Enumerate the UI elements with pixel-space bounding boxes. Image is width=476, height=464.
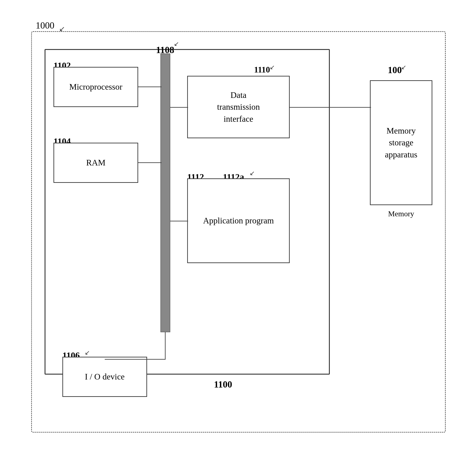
- memory-storage-box: Memorystorageapparatus: [370, 80, 432, 205]
- label-1108-arrow: ↙: [174, 40, 179, 48]
- label-100-arrow: ↙: [401, 64, 406, 71]
- label-1100: 1100: [214, 379, 232, 390]
- conn-bus-io-vertical: [165, 332, 166, 359]
- io-device-label: I / O device: [85, 371, 124, 383]
- label-1108: 1108: [156, 45, 174, 55]
- data-transmission-box: Datatransmissioninterface: [187, 76, 290, 138]
- diagram-container: 1000 ↙ 1100 1102 ↙ Microprocessor 1104 ↙…: [18, 13, 459, 448]
- label-1112a-arrow: ↙: [250, 169, 255, 177]
- label-1000: 1000: [36, 20, 54, 31]
- app-program-label: Application program: [203, 215, 274, 227]
- app-program-box: Application program: [187, 178, 290, 263]
- memory-storage-label: Memorystorageapparatus: [385, 125, 417, 161]
- ram-box: RAM: [54, 143, 138, 183]
- conn-bus-data-transmission: [170, 107, 188, 108]
- ram-label: RAM: [86, 157, 106, 169]
- conn-microprocessor-bus: [138, 87, 162, 87]
- label-1106-arrow: ↙: [85, 349, 90, 356]
- conn-data-memory: [290, 107, 371, 108]
- conn-bus-app-program: [170, 221, 188, 222]
- conn-bus-io-horizontal: [105, 359, 166, 360]
- bus-bar: [161, 54, 170, 332]
- label-1110-arrow: ↙: [270, 64, 275, 71]
- memory-label-below: Memory: [370, 210, 432, 218]
- label-1110: 1110: [254, 65, 270, 75]
- label-1000-arrow: ↙: [59, 25, 65, 33]
- io-device-box: I / O device: [62, 357, 147, 397]
- label-100: 100: [388, 65, 402, 75]
- microprocessor-box: Microprocessor: [54, 67, 138, 107]
- data-transmission-label: Datatransmissioninterface: [217, 89, 260, 125]
- conn-ram-bus: [138, 162, 162, 163]
- microprocessor-label: Microprocessor: [69, 81, 122, 93]
